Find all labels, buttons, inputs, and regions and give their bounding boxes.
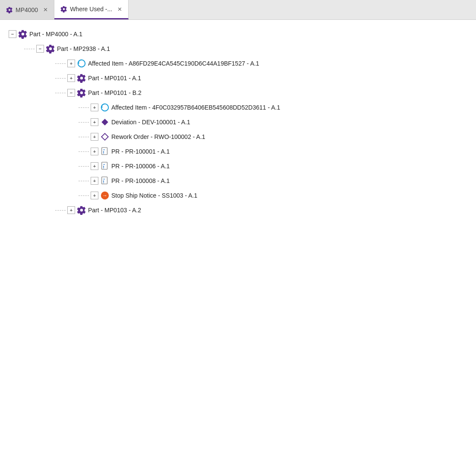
tree-row-affected-4f0[interactable]: + Affected Item - 4F0C032957B6406EB54560… bbox=[79, 100, 467, 115]
label-rework: Rework Order - RWO-100002 - A.1 bbox=[111, 133, 205, 140]
label-mp0101-a1: Part - MP0101 - A.1 bbox=[88, 75, 141, 82]
tree-row-pr-100006[interactable]: + PR - PR-100006 - A.1 bbox=[79, 159, 467, 173]
pr-icon-100001 bbox=[100, 147, 110, 156]
svg-rect-14 bbox=[102, 177, 107, 184]
subtree-mp0101-b2-children: + Affected Item - 4F0C032957B6406EB54560… bbox=[79, 100, 467, 203]
svg-rect-8 bbox=[103, 151, 104, 153]
tree-row-mp2938[interactable]: − Part - MP2938 - A.1 bbox=[24, 41, 467, 56]
pr-icon-100006 bbox=[100, 161, 110, 171]
svg-rect-10 bbox=[102, 162, 107, 170]
tree-row-deviation[interactable]: + Deviation - DEV-100001 - A.1 bbox=[79, 115, 467, 129]
label-pr-100006: PR - PR-100006 - A.1 bbox=[111, 163, 170, 170]
stop-ship-icon: → bbox=[100, 191, 110, 200]
tab-where-used-close[interactable]: ✕ bbox=[117, 6, 122, 12]
label-mp0101-b2: Part - MP0101 - B.2 bbox=[88, 89, 142, 96]
gear-icon-mp0103 bbox=[77, 205, 86, 215]
diamond-icon-rework bbox=[100, 132, 110, 142]
gear-icon-mp0101-a1 bbox=[77, 73, 86, 83]
tab-where-used[interactable]: Where Used -... ✕ bbox=[54, 0, 129, 19]
tree-row-pr-100008[interactable]: + PR - PR-100008 - A.1 bbox=[79, 173, 467, 188]
expander-mp0103[interactable]: + bbox=[67, 206, 75, 214]
svg-marker-3 bbox=[101, 106, 103, 108]
svg-rect-6 bbox=[102, 148, 107, 155]
expander-mp2938[interactable]: − bbox=[36, 45, 44, 53]
svg-marker-1 bbox=[78, 62, 80, 64]
gear-icon bbox=[6, 6, 13, 13]
svg-rect-11 bbox=[103, 164, 105, 164]
expander-mp4000[interactable]: − bbox=[9, 30, 16, 38]
expander-rework[interactable]: + bbox=[91, 133, 98, 141]
spin-icon-a86 bbox=[77, 59, 86, 68]
expander-stop-ship[interactable]: + bbox=[91, 192, 98, 199]
diamond-icon-deviation bbox=[100, 117, 110, 127]
gear-icon-mp4000 bbox=[18, 29, 28, 39]
svg-rect-12 bbox=[103, 166, 104, 168]
expander-pr-100001[interactable]: + bbox=[91, 148, 98, 155]
expander-affected-a86[interactable]: + bbox=[67, 60, 75, 67]
label-deviation: Deviation - DEV-100001 - A.1 bbox=[111, 119, 190, 126]
label-affected-4f0: Affected Item - 4F0C032957B6406EB545608D… bbox=[111, 104, 280, 111]
subtree-mp2938-children: + Affected Item - A86FD29E4CA545C190D6C4… bbox=[55, 56, 467, 217]
expander-pr-100006[interactable]: + bbox=[91, 162, 98, 170]
svg-rect-7 bbox=[103, 149, 105, 150]
gear-icon-mp0101-b2 bbox=[77, 88, 86, 98]
tree-row-affected-a86[interactable]: + Affected Item - A86FD29E4CA545C190D6C4… bbox=[55, 56, 467, 71]
expander-affected-4f0[interactable]: + bbox=[91, 104, 98, 111]
tab-mp4000[interactable]: MP4000 ✕ bbox=[0, 0, 54, 19]
label-pr-100001: PR - PR-100001 - A.1 bbox=[111, 148, 170, 155]
tree-content: − Part - MP4000 - A.1 − Part - MP2938 - … bbox=[0, 20, 476, 463]
tree-row-stop-ship[interactable]: + → Stop Ship Notice - SS1003 - A.1 bbox=[79, 188, 467, 203]
svg-rect-4 bbox=[101, 119, 108, 126]
label-mp4000: Part - MP4000 - A.1 bbox=[29, 31, 82, 38]
svg-rect-15 bbox=[103, 179, 105, 179]
label-mp2938: Part - MP2938 - A.1 bbox=[57, 45, 110, 52]
tree-row-rework[interactable]: + Rework Order - RWO-100002 - A.1 bbox=[79, 129, 467, 144]
tree-row-pr-100001[interactable]: + PR - PR-100001 - A.1 bbox=[79, 144, 467, 159]
subtree-mp2938: − Part - MP2938 - A.1 + bbox=[24, 41, 467, 217]
tree-row-mp0103[interactable]: + Part - MP0103 - A.2 bbox=[55, 203, 467, 217]
svg-text:→: → bbox=[102, 192, 107, 198]
gear-icon-mp2938 bbox=[46, 44, 55, 54]
svg-point-17 bbox=[103, 183, 104, 183]
pr-icon-100008 bbox=[100, 176, 110, 186]
expander-pr-100008[interactable]: + bbox=[91, 177, 98, 185]
tab-mp4000-label: MP4000 bbox=[16, 6, 38, 13]
expander-mp0101-a1[interactable]: + bbox=[67, 74, 75, 82]
label-mp0103: Part - MP0103 - A.2 bbox=[88, 207, 141, 214]
label-stop-ship: Stop Ship Notice - SS1003 - A.1 bbox=[111, 192, 197, 199]
expander-deviation[interactable]: + bbox=[91, 118, 98, 126]
tab-where-used-label: Where Used -... bbox=[70, 6, 112, 13]
spin-icon-4f0 bbox=[100, 103, 110, 112]
svg-rect-5 bbox=[101, 133, 108, 140]
svg-rect-16 bbox=[103, 180, 104, 183]
tree-row-mp4000[interactable]: − Part - MP4000 - A.1 bbox=[9, 27, 467, 41]
expander-mp0101-b2[interactable]: − bbox=[67, 89, 75, 97]
tree-row-mp0101-a1[interactable]: + Part - MP0101 - A.1 bbox=[55, 71, 467, 85]
tree-row-mp0101-b2[interactable]: − Part - MP0101 - B.2 bbox=[55, 85, 467, 100]
svg-point-13 bbox=[103, 168, 104, 168]
app-container: MP4000 ✕ Where Used -... ✕ − Part - MP40… bbox=[0, 0, 476, 463]
gear-icon-active bbox=[60, 6, 67, 13]
tab-bar: MP4000 ✕ Where Used -... ✕ bbox=[0, 0, 476, 20]
tab-mp4000-close[interactable]: ✕ bbox=[43, 7, 48, 13]
label-pr-100008: PR - PR-100008 - A.1 bbox=[111, 177, 170, 184]
label-affected-a86: Affected Item - A86FD29E4CA545C190D6C44A… bbox=[88, 60, 259, 67]
svg-point-9 bbox=[103, 153, 104, 154]
